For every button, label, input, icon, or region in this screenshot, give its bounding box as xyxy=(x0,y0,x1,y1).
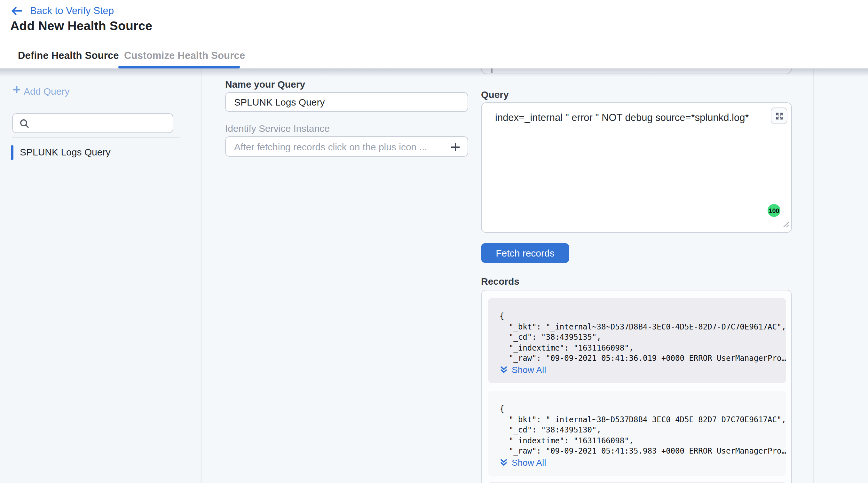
service-instance-field xyxy=(225,136,468,157)
arrow-left-icon xyxy=(10,5,23,17)
query-list-sidebar: Add Query SPLUNK Logs Query xyxy=(0,68,202,483)
active-tab-indicator xyxy=(118,66,240,68)
double-chevron-down-icon xyxy=(500,365,508,374)
identify-service-instance-label: Identify Service Instance xyxy=(225,123,330,134)
plus-icon xyxy=(449,141,462,154)
back-to-verify-step-link[interactable]: Back to Verify Step xyxy=(10,3,114,19)
query-textarea[interactable]: index=_internal " error " NOT debug sour… xyxy=(481,102,792,233)
query-search-box xyxy=(12,113,173,133)
show-all-button[interactable]: Show All xyxy=(500,365,546,375)
add-query-button[interactable]: Add Query xyxy=(11,85,69,97)
fetch-records-label: Fetch records xyxy=(496,248,554,259)
query-item-label: SPLUNK Logs Query xyxy=(20,147,110,157)
record-card-partial xyxy=(488,482,786,483)
sidebar-item-splunk-logs-query[interactable]: SPLUNK Logs Query xyxy=(0,145,202,161)
record-json: { "_bkt": "_internal~38~D537D8B4-3EC0-4D… xyxy=(500,311,786,364)
page: Add Query SPLUNK Logs Query Name your Qu… xyxy=(0,0,868,483)
selected-indicator-bar xyxy=(11,145,13,160)
tab-customize-health-source[interactable]: Customize Health Source xyxy=(124,50,245,61)
name-your-query-label: Name your Query xyxy=(225,79,305,90)
service-instance-input[interactable] xyxy=(226,137,468,156)
tab-define-health-source[interactable]: Define Health Source xyxy=(18,50,119,61)
double-chevron-down-icon xyxy=(500,458,508,467)
record-card: { "_bkt": "_internal~38~D537D8B4-3EC0-4D… xyxy=(488,391,786,476)
record-count-badge: 100 xyxy=(768,204,780,217)
page-header: Back to Verify Step Add New Health Sourc… xyxy=(0,0,868,68)
show-all-button[interactable]: Show All xyxy=(500,457,546,467)
right-panel-divider xyxy=(813,68,814,483)
expand-icon xyxy=(774,111,784,121)
sidebar-divider xyxy=(12,138,180,138)
query-name-input[interactable] xyxy=(226,93,468,111)
add-query-label: Add Query xyxy=(24,85,69,96)
show-all-label: Show All xyxy=(512,457,546,467)
expand-query-button[interactable] xyxy=(771,108,787,124)
records-list: { "_bkt": "_internal~38~D537D8B4-3EC0-4D… xyxy=(481,290,792,483)
query-label: Query xyxy=(481,89,509,100)
search-input[interactable] xyxy=(33,115,167,132)
back-link-label: Back to Verify Step xyxy=(30,5,114,17)
text-cursor xyxy=(491,68,493,73)
plus-icon xyxy=(11,85,22,97)
search-icon xyxy=(19,118,30,129)
query-text: index=_internal " error " NOT debug sour… xyxy=(495,112,749,123)
query-name-field xyxy=(225,92,468,112)
add-service-instance-button[interactable] xyxy=(449,141,462,154)
record-json: { "_bkt": "_internal~38~D537D8B4-3EC0-4D… xyxy=(500,404,786,456)
record-card: { "_bkt": "_internal~38~D537D8B4-3EC0-4D… xyxy=(488,298,786,383)
records-label: Records xyxy=(481,276,519,286)
resize-grip[interactable] xyxy=(783,219,789,230)
fetch-records-button[interactable]: Fetch records xyxy=(481,243,569,263)
page-title: Add New Health Source xyxy=(10,19,152,33)
show-all-label: Show All xyxy=(512,365,546,375)
